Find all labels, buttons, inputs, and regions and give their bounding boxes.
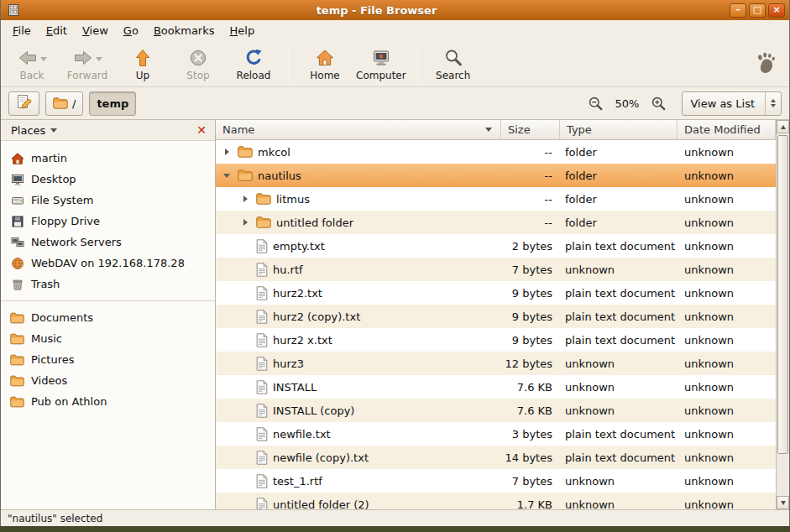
expand-arrow-icon[interactable]: [221, 149, 233, 155]
gnome-foot-icon[interactable]: [756, 52, 776, 76]
arrow-right-icon: [73, 48, 93, 68]
scrollbar-track[interactable]: [777, 133, 789, 496]
sidebar-item-trash[interactable]: Trash: [1, 274, 215, 295]
file-size: 3 bytes: [501, 428, 560, 441]
current-path-button[interactable]: temp: [89, 91, 136, 116]
vertical-scrollbar[interactable]: [776, 120, 789, 509]
file-type: folder: [560, 170, 678, 182]
reload-button[interactable]: Reload: [229, 44, 278, 84]
table-row[interactable]: empty.txt2 bytesplain text documentunkno…: [216, 234, 776, 258]
column-header-name[interactable]: Name: [216, 120, 501, 140]
document-icon: [256, 474, 268, 488]
file-date-modified: unknown: [678, 310, 776, 323]
maximize-button[interactable]: □: [749, 3, 766, 18]
minimize-button[interactable]: –: [730, 3, 746, 18]
sidebar-item-network-servers[interactable]: Network Servers: [1, 232, 215, 253]
scrollbar-thumb[interactable]: [777, 135, 788, 454]
file-name: newfile (copy).txt: [273, 451, 369, 464]
table-row[interactable]: newfile (copy).txt14 bytesplain text doc…: [216, 446, 776, 469]
sidebar-header: Places ✕: [1, 120, 215, 141]
sidebar-item-martin[interactable]: martin: [1, 148, 215, 169]
file-type: unknown: [560, 357, 678, 370]
document-icon: [256, 380, 268, 394]
zoom-out-button[interactable]: [585, 92, 607, 114]
view-mode-select[interactable]: View as List: [682, 91, 782, 116]
table-row[interactable]: hurz312 bytesunknownunknown: [216, 352, 776, 375]
expand-arrow-icon[interactable]: [239, 219, 251, 226]
table-row[interactable]: test_1.rtf7 bytesunknownunknown: [216, 469, 776, 493]
document-icon: [256, 239, 268, 253]
home-button[interactable]: Home: [301, 44, 349, 84]
menu-bookmarks[interactable]: Bookmarks: [146, 22, 222, 39]
file-type: unknown: [560, 404, 678, 417]
titlebar[interactable]: temp - File Browser – □ ×: [1, 0, 789, 20]
table-row[interactable]: untitled folder (2)1.7 KBunknownunknown: [216, 493, 776, 509]
expand-arrow-icon[interactable]: [239, 196, 251, 202]
sidebar-item-label: Network Servers: [31, 236, 122, 248]
sidebar-item-floppy-drive[interactable]: Floppy Drive: [1, 211, 215, 232]
desktop-icon: [10, 172, 24, 186]
table-row[interactable]: hu.rtf7 bytesunknownunknown: [216, 258, 776, 281]
up-button[interactable]: Up: [118, 44, 167, 84]
table-row[interactable]: hurz2.txt9 bytesplain text documentunkno…: [216, 281, 776, 305]
places-separator: [1, 300, 215, 301]
sidebar-item-desktop[interactable]: Desktop: [1, 169, 215, 190]
column-header-size[interactable]: Size: [501, 120, 560, 140]
edit-location-button[interactable]: [8, 91, 39, 116]
menu-view[interactable]: View: [75, 22, 116, 39]
file-date-modified: unknown: [678, 498, 776, 510]
root-path-button[interactable]: /: [45, 91, 83, 116]
table-row[interactable]: hurz2 (copy).txt9 bytesplain text docume…: [216, 305, 776, 328]
sidebar-item-pictures[interactable]: Pictures: [1, 349, 215, 370]
collapse-arrow-icon[interactable]: [221, 174, 233, 178]
folder-icon: [10, 352, 24, 367]
sidebar-item-file-system[interactable]: File System: [1, 190, 215, 211]
trash-icon: [10, 277, 24, 291]
file-manager-icon: [7, 3, 20, 17]
sidebar-item-webdav-on-192-168-178-28[interactable]: WebDAV on 192.168.178.28: [1, 253, 215, 274]
menu-help[interactable]: Help: [222, 22, 263, 39]
sidebar-item-music[interactable]: Music: [1, 328, 215, 349]
document-icon: [256, 498, 268, 510]
file-name: test_1.rtf: [273, 475, 322, 488]
computer-button[interactable]: Computer: [356, 44, 406, 84]
table-row[interactable]: untitled folder--folderunknown: [216, 211, 776, 234]
sidebar-item-documents[interactable]: Documents: [1, 307, 215, 328]
statusbar: "nautilus" selected: [1, 509, 789, 526]
scroll-up-button[interactable]: [777, 120, 789, 133]
table-row[interactable]: mkcol--folderunknown: [216, 140, 776, 164]
toolbar-buttons: BackForwardUpStopReloadHomeComputerSearc…: [8, 44, 478, 84]
table-row[interactable]: litmus--folderunknown: [216, 187, 776, 211]
document-icon: [256, 427, 268, 441]
sidebar-item-pub-on-athlon[interactable]: Pub on Athlon: [1, 391, 215, 412]
network-icon: [10, 235, 24, 249]
menubar: FileEditViewGoBookmarksHelp: [1, 20, 789, 41]
table-row[interactable]: hurz2 x.txt9 bytesplain text documentunk…: [216, 328, 776, 352]
places-dropdown[interactable]: Places: [6, 123, 62, 138]
table-row[interactable]: nautilus--folderunknown: [216, 164, 776, 187]
file-type: plain text document: [560, 334, 678, 347]
arrow-left-icon: [18, 48, 38, 68]
toolbar-button-label: Forward: [67, 70, 107, 81]
menu-edit[interactable]: Edit: [39, 22, 75, 39]
close-button[interactable]: ×: [768, 3, 785, 18]
menu-go[interactable]: Go: [116, 22, 146, 39]
scroll-down-button[interactable]: [777, 496, 789, 509]
sidebar-item-label: WebDAV on 192.168.178.28: [31, 257, 185, 269]
file-date-modified: unknown: [678, 404, 776, 417]
file-date-modified: unknown: [678, 334, 776, 347]
search-button[interactable]: Search: [429, 44, 478, 84]
column-header-type[interactable]: Type: [560, 120, 678, 140]
sidebar-item-videos[interactable]: Videos: [1, 370, 215, 391]
file-size: --: [501, 170, 560, 182]
file-date-modified: unknown: [678, 216, 776, 229]
table-row[interactable]: INSTALL (copy)7.6 KBunknownunknown: [216, 399, 776, 422]
table-row[interactable]: newfile.txt3 bytesplain text documentunk…: [216, 422, 776, 446]
menu-file[interactable]: File: [5, 22, 39, 39]
toolbar-button-label: Home: [310, 70, 339, 81]
table-row[interactable]: INSTALL7.6 KBunknownunknown: [216, 375, 776, 399]
zoom-in-button[interactable]: [647, 92, 669, 114]
column-header-date-modified[interactable]: Date Modified: [678, 120, 776, 140]
sidebar-close-icon[interactable]: ✕: [193, 122, 210, 138]
content-area: Places ✕ martinDesktopFile SystemFloppy …: [1, 120, 789, 509]
